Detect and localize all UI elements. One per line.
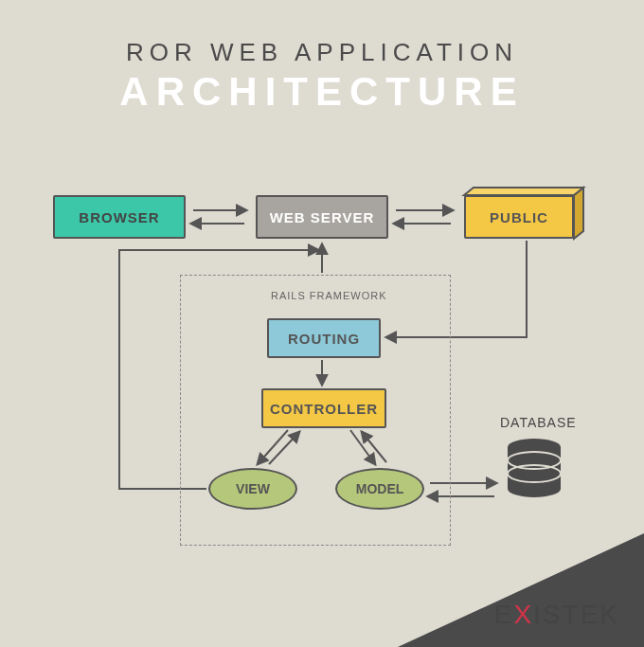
database-label: DATABASE <box>500 415 577 430</box>
title-line2: ARCHITECTURE <box>0 69 644 115</box>
logo-existek: EXISTEK <box>494 600 619 630</box>
node-model: MODEL <box>335 468 424 510</box>
node-public: PUBLIC <box>464 195 574 239</box>
node-browser: BROWSER <box>53 195 186 239</box>
title-line1: ROR WEB APPLICATION <box>0 0 644 67</box>
corner-decoration <box>398 533 644 647</box>
database-icon <box>504 438 564 502</box>
node-view: VIEW <box>208 468 297 510</box>
node-controller: CONTROLLER <box>261 388 386 428</box>
node-webserver: WEB SERVER <box>256 195 388 239</box>
node-routing: ROUTING <box>267 318 381 358</box>
rails-framework-label: RAILS FRAMEWORK <box>271 290 387 301</box>
